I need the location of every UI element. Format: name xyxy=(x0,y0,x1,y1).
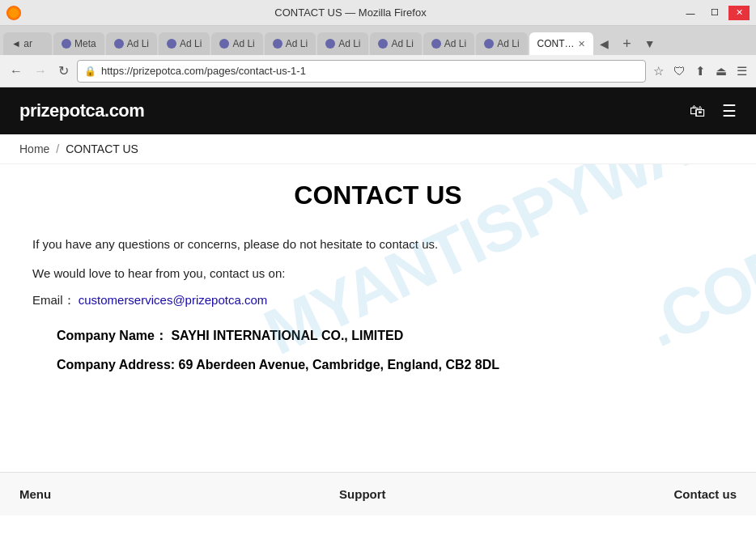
tab-adli-2[interactable]: Ad Li xyxy=(159,32,210,55)
close-button[interactable]: ✕ xyxy=(728,6,750,20)
reload-button[interactable]: ↻ xyxy=(55,60,72,82)
tab-label: Ad Li xyxy=(338,38,360,49)
email-label: Email： xyxy=(32,293,75,307)
breadcrumb-home[interactable]: Home xyxy=(19,142,49,155)
email-line: Email： customerservices@prizepotca.com xyxy=(32,293,724,308)
address-bar[interactable]: 🔒 https://prizepotca.com/pages/contact-u… xyxy=(77,60,646,83)
company-name: Company Name： SAYHI INTERNATIONAL CO., L… xyxy=(57,328,724,345)
intro-text-2: We would love to hear from you, contact … xyxy=(32,264,724,283)
cart-icon[interactable]: 🛍 xyxy=(690,101,706,121)
tab-label: Meta xyxy=(74,38,96,49)
tab-adli-7[interactable]: Ad Li xyxy=(423,32,474,55)
tab-label: Ad Li xyxy=(444,38,466,49)
company-name-value: SAYHI INTERNATIONAL CO., LIMITED xyxy=(171,329,403,342)
meta-icon xyxy=(219,39,229,49)
tab-close-icon[interactable]: ✕ xyxy=(578,39,585,49)
meta-icon xyxy=(378,39,388,49)
share-icon[interactable]: ⬆ xyxy=(693,62,708,81)
hamburger-menu-icon[interactable]: ☰ xyxy=(722,101,737,121)
tab-back[interactable]: ◄ ar xyxy=(3,32,52,55)
company-info: Company Name： SAYHI INTERNATIONAL CO., L… xyxy=(32,328,724,372)
back-button[interactable]: ← xyxy=(6,61,26,82)
tab-label: Ad Li xyxy=(391,38,413,49)
footer-support-label: Support xyxy=(339,487,386,501)
browser-navbar: ← → ↻ 🔒 https://prizepotca.com/pages/con… xyxy=(0,55,756,87)
tab-label: ◄ ar xyxy=(11,38,32,49)
menu-icon[interactable]: ☰ xyxy=(734,62,750,81)
tab-adli-3[interactable]: Ad Li xyxy=(211,32,262,55)
breadcrumb-current: CONTACT US xyxy=(66,142,138,155)
tab-adli-4[interactable]: Ad Li xyxy=(265,32,316,55)
bookmark-icon[interactable]: ☆ xyxy=(651,62,666,81)
tab-adli-1[interactable]: Ad Li xyxy=(106,32,157,55)
page-content: MYANTISPYWARE .COM CONTACT US If you hav… xyxy=(0,164,756,472)
header-icons: 🛍 ☰ xyxy=(690,101,737,121)
footer-support-col: Support xyxy=(339,487,386,501)
meta-icon xyxy=(431,39,441,49)
company-address: Company Address: 69 Aberdeen Avenue, Cam… xyxy=(57,358,724,372)
footer-contact-label: Contact us xyxy=(673,487,737,501)
meta-icon xyxy=(325,39,335,49)
site-logo[interactable]: prizepotca.com xyxy=(19,100,144,121)
meta-icon xyxy=(484,39,494,49)
browser-titlebar: CONTACT US — Mozilla Firefox — ☐ ✕ xyxy=(0,0,756,26)
new-tab-button[interactable]: + xyxy=(616,32,639,55)
shield-icon[interactable]: 🛡 xyxy=(671,62,688,80)
tab-adli-5[interactable]: Ad Li xyxy=(317,32,368,55)
breadcrumb: Home / CONTACT US xyxy=(0,134,756,164)
window-title: CONTACT US — Mozilla Firefox xyxy=(21,6,680,19)
tab-adli-8[interactable]: Ad Li xyxy=(476,32,527,55)
maximize-button[interactable]: ☐ xyxy=(704,6,725,20)
tab-label: Ad Li xyxy=(180,38,202,49)
intro-text-1: If you have any questions or concerns, p… xyxy=(32,235,724,254)
tab-label: Ad Li xyxy=(286,38,308,49)
minimize-button[interactable]: — xyxy=(680,6,701,20)
tabs-chevron-right[interactable]: ▼ xyxy=(640,32,660,55)
firefox-icon xyxy=(6,6,21,20)
site-footer: Menu Support Contact us xyxy=(0,472,756,516)
tab-adli-6[interactable]: Ad Li xyxy=(370,32,421,55)
tab-meta[interactable]: Meta xyxy=(53,32,104,55)
meta-icon xyxy=(167,39,176,49)
company-address-value: 69 Aberdeen Avenue, Cambridge, England, … xyxy=(179,358,500,372)
company-address-label: Company Address: xyxy=(57,358,175,372)
window-controls: — ☐ ✕ xyxy=(680,6,750,20)
page-title: CONTACT US xyxy=(32,180,724,210)
url-display: https://prizepotca.com/pages/contact-us-… xyxy=(101,65,306,77)
tab-label: Ad Li xyxy=(232,38,254,49)
breadcrumb-separator: / xyxy=(56,142,59,155)
tab-label: CONT… xyxy=(537,38,575,49)
extensions-icon[interactable]: ⏏ xyxy=(713,62,729,81)
browser-tabs: ◄ ar Meta Ad Li Ad Li Ad Li Ad Li Ad Li … xyxy=(0,26,756,55)
tab-label: Ad Li xyxy=(127,38,149,49)
site-header: prizepotca.com 🛍 ☰ xyxy=(0,87,756,134)
tab-contact-active[interactable]: CONT… ✕ xyxy=(529,32,593,55)
forward-button[interactable]: → xyxy=(31,61,50,82)
meta-icon xyxy=(62,39,71,49)
nav-icons: ☆ 🛡 ⬆ ⏏ ☰ xyxy=(651,62,750,81)
meta-icon xyxy=(114,39,124,49)
meta-icon xyxy=(273,39,282,49)
secure-icon: 🔒 xyxy=(84,66,96,77)
footer-contact-col: Contact us xyxy=(673,487,737,501)
tab-label: Ad Li xyxy=(497,38,519,49)
footer-menu-label: Menu xyxy=(19,487,51,501)
tabs-chevron-left[interactable]: ◀ xyxy=(595,32,614,55)
email-link[interactable]: customerservices@prizepotca.com xyxy=(79,293,268,307)
footer-menu-col: Menu xyxy=(19,487,51,501)
company-name-label: Company Name： xyxy=(57,329,168,342)
